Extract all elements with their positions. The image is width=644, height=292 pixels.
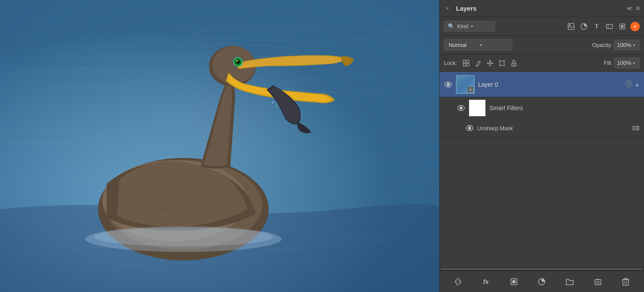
kind-label: Kind	[457, 23, 468, 29]
svg-point-18	[236, 60, 238, 62]
filter-icons: T ●	[566, 22, 640, 31]
opacity-input[interactable]: 100% ▾	[614, 40, 640, 50]
adjustment-filter-icon[interactable]	[579, 22, 589, 31]
smart-filters-header: Smart Filters	[440, 97, 644, 119]
svg-rect-31	[621, 25, 624, 28]
add-mask-button[interactable]	[508, 275, 520, 288]
scrollbar-track	[441, 268, 643, 270]
smart-filter-mask-thumbnail	[469, 99, 486, 117]
lock-move-icon[interactable]	[485, 58, 495, 68]
unsharp-mask-visibility[interactable]	[465, 124, 474, 132]
smart-filters-label: Smart Filters	[489, 105, 640, 111]
panel-footer: fx	[440, 271, 644, 292]
shape-filter-icon[interactable]	[605, 22, 614, 31]
svg-rect-33	[467, 60, 469, 63]
opacity-label: Opacity:	[592, 42, 612, 48]
fill-label: Fill:	[604, 60, 612, 66]
layers-panel: × Layers ≪ ≡ 🔍 Kind ▾	[439, 0, 644, 292]
svg-point-60	[637, 127, 639, 129]
svg-point-47	[513, 64, 515, 65]
svg-rect-34	[463, 64, 466, 66]
svg-point-22	[272, 102, 274, 103]
panel-title: Layers	[456, 5, 627, 12]
new-group-button[interactable]	[563, 275, 576, 288]
layer-smart-filter-icon[interactable]	[625, 80, 632, 88]
add-fx-button[interactable]: fx	[479, 275, 492, 288]
lock-all-icon[interactable]	[509, 58, 519, 68]
opacity-chevron-icon: ▾	[631, 43, 637, 47]
link-layers-button[interactable]	[452, 275, 464, 288]
svg-point-23	[276, 105, 277, 107]
svg-point-49	[447, 83, 450, 86]
opacity-value-text: 100%	[617, 42, 631, 48]
canvas-image	[0, 0, 439, 292]
blend-mode-row: Normal ▾ Opacity: 100% ▾	[440, 36, 644, 55]
lock-pixels-icon[interactable]	[461, 58, 471, 68]
blend-mode-chevron-icon: ▾	[480, 43, 508, 47]
svg-rect-35	[467, 64, 469, 66]
lock-paint-icon[interactable]	[473, 58, 483, 68]
new-layer-button[interactable]	[592, 275, 604, 288]
smart-filter-icon[interactable]	[618, 22, 627, 31]
panel-close-button[interactable]: ×	[444, 5, 451, 12]
layer-name: Layer 0	[478, 81, 622, 88]
layer-visibility-toggle[interactable]	[444, 80, 453, 89]
blend-mode-dropdown[interactable]: Normal ▾	[444, 39, 512, 51]
fill-section: Fill: 100% ▾	[604, 58, 640, 68]
search-icon: 🔍	[448, 23, 455, 29]
layer-collapse-icon[interactable]: ▲	[635, 82, 640, 88]
delete-layer-button[interactable]	[619, 275, 632, 288]
canvas-area	[0, 0, 439, 292]
fill-value-text: 100%	[617, 60, 631, 66]
filter-toggle[interactable]: ●	[630, 22, 640, 31]
image-filter-icon[interactable]	[566, 22, 576, 31]
scrollbar[interactable]	[440, 267, 644, 271]
unsharp-mask-options-icon[interactable]	[631, 125, 640, 131]
blend-mode-label: Normal	[449, 42, 476, 48]
fx-label: fx	[483, 278, 488, 285]
svg-rect-25	[568, 23, 574, 29]
text-filter-icon[interactable]: T	[592, 22, 601, 31]
svg-rect-28	[606, 24, 612, 29]
unsharp-mask-label: Unsharp Mask	[477, 125, 628, 131]
new-adjustment-button[interactable]	[535, 275, 548, 288]
svg-rect-32	[463, 60, 466, 63]
layer-thumbnail	[456, 75, 475, 94]
lock-artboard-icon[interactable]	[497, 58, 507, 68]
svg-point-56	[468, 127, 471, 130]
svg-point-54	[460, 107, 463, 110]
layers-list: Layer 0 ▲	[440, 72, 644, 267]
panel-collapse-button[interactable]: ≪	[627, 5, 632, 12]
svg-rect-37	[500, 61, 504, 65]
filter-row: 🔍 Kind ▾ T	[440, 17, 644, 36]
svg-point-24	[270, 108, 271, 109]
layer-item[interactable]: Layer 0 ▲	[440, 72, 644, 97]
opacity-section: Opacity: 100% ▾	[592, 40, 640, 50]
smart-filters-section: Smart Filters Unsharp Mask	[440, 97, 644, 138]
kind-filter-dropdown[interactable]: 🔍 Kind ▾	[444, 21, 495, 32]
layer-actions: ▲	[625, 80, 640, 88]
fill-chevron-icon: ▾	[631, 61, 637, 65]
smart-filters-visibility[interactable]	[457, 104, 465, 112]
unsharp-mask-item[interactable]: Unsharp Mask	[440, 119, 644, 137]
lock-row: Lock:	[440, 55, 644, 72]
panel-header: × Layers ≪ ≡	[440, 0, 644, 17]
fill-input[interactable]: 100% ▾	[614, 58, 640, 68]
lock-label: Lock:	[444, 60, 457, 66]
svg-point-21	[94, 228, 273, 246]
panel-menu-button[interactable]: ≡	[636, 5, 640, 12]
svg-point-62	[512, 280, 516, 283]
svg-rect-51	[470, 89, 471, 91]
smart-object-badge	[467, 87, 473, 93]
kind-chevron-icon: ▾	[471, 24, 473, 29]
